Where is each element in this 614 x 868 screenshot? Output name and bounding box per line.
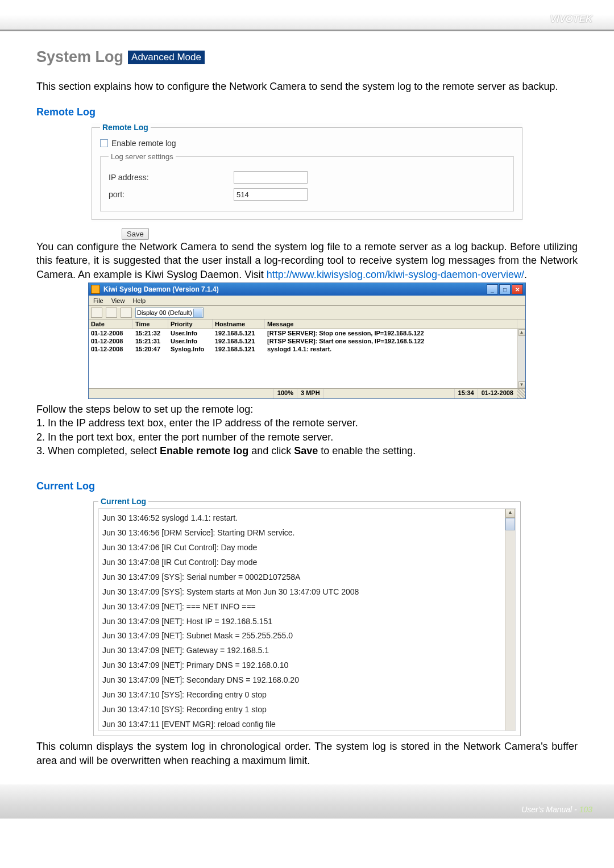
col-message[interactable]: Message xyxy=(265,319,517,329)
cell-message: syslogd 1.4.1: restart. xyxy=(265,345,517,353)
toolbar-icon-1[interactable] xyxy=(91,308,102,318)
cell-priority: User.Info xyxy=(168,337,213,345)
table-row[interactable]: 01-12-2008 15:20:47 Syslog.Info 192.168.… xyxy=(89,345,525,353)
remote-log-explain: You can configure the Network Camera to … xyxy=(36,240,578,281)
explain-text-b: . xyxy=(524,269,527,280)
remote-log-heading: Remote Log xyxy=(36,106,578,118)
cell-hostname: 192.168.5.121 xyxy=(213,345,265,353)
enable-remote-log-label: Enable remote log xyxy=(111,139,176,148)
log-vertical-scrollbar[interactable]: ▲ xyxy=(505,509,515,730)
log-line: Jun 30 13:47:11 [EVENT MGR]: reload conf… xyxy=(102,717,512,732)
menu-help[interactable]: Help xyxy=(132,297,146,304)
display-select-value: Display 00 (Default) xyxy=(137,309,192,316)
log-line: Jun 30 13:47:10 [SYS]: Recording entry 1… xyxy=(102,703,512,717)
step-2: 2. In the port text box, enter the port … xyxy=(36,430,578,444)
col-hostname[interactable]: Hostname xyxy=(213,319,265,329)
steps-block: Follow the steps below to set up the rem… xyxy=(36,402,578,458)
menu-file[interactable]: File xyxy=(93,297,103,304)
col-priority[interactable]: Priority xyxy=(168,319,213,329)
current-log-panel: Current Log Jun 30 13:46:52 syslogd 1.4.… xyxy=(93,497,521,736)
toolbar-icon-3[interactable] xyxy=(121,308,132,318)
table-row[interactable]: 01-12-2008 15:21:32 User.Info 192.168.5.… xyxy=(89,329,525,337)
status-time: 15:34 xyxy=(455,389,478,398)
ip-address-input[interactable] xyxy=(234,171,308,184)
page-title: System Log xyxy=(36,48,123,66)
cell-message: [RTSP SERVER]: Stop one session, IP=192.… xyxy=(265,329,517,337)
advanced-mode-badge: Advanced Mode xyxy=(128,51,205,64)
col-date[interactable]: Date xyxy=(89,319,133,329)
log-line: Jun 30 13:47:09 [NET]: Gateway = 192.168… xyxy=(102,643,512,658)
log-line: Jun 30 13:47:09 [SYS]: Serial number = 0… xyxy=(102,570,512,585)
kiwi-app-icon xyxy=(91,285,100,294)
scroll-up-icon[interactable]: ▲ xyxy=(518,329,525,336)
scroll-thumb[interactable] xyxy=(505,518,515,530)
status-date: 01-12-2008 xyxy=(478,389,517,398)
footer-page-number: 103 xyxy=(579,805,592,814)
save-button[interactable]: Save xyxy=(122,228,149,240)
kiwi-link[interactable]: http://www.kiwisyslog.com/kiwi-syslog-da… xyxy=(267,269,524,280)
intro-paragraph: This section explains how to configure t… xyxy=(36,80,578,94)
current-log-heading: Current Log xyxy=(36,480,578,492)
brand-label: VIVOTEK xyxy=(550,14,592,25)
kiwi-status-bar: 100% 3 MPH 15:34 01-12-2008 xyxy=(89,388,525,398)
cell-hostname: 192.168.5.121 xyxy=(213,329,265,337)
display-select[interactable]: Display 00 (Default) xyxy=(135,308,204,318)
step-3: 3. When completed, select Enable remote … xyxy=(36,444,578,458)
footer-label: User's Manual - xyxy=(521,805,579,814)
kiwi-window: Kiwi Syslog Daemon (Version 7.1.4) _ □ ✕… xyxy=(88,283,526,399)
kiwi-log-table: Date Time Priority Hostname Message 01-1… xyxy=(89,319,525,388)
enable-remote-log-checkbox[interactable] xyxy=(100,139,108,147)
log-line: Jun 30 13:47:09 [NET]: Host IP = 192.168… xyxy=(102,614,512,629)
cell-message: [RTSP SERVER]: Start one session, IP=192… xyxy=(265,337,517,345)
log-line: Jun 30 13:46:56 [DRM Service]: Starting … xyxy=(102,526,512,541)
resize-grip-icon[interactable] xyxy=(517,389,525,398)
cell-date: 01-12-2008 xyxy=(89,345,133,353)
toolbar-icon-2[interactable] xyxy=(106,308,117,318)
log-line: Jun 30 13:47:06 [IR Cut Control]: Day mo… xyxy=(102,541,512,555)
kiwi-vertical-scrollbar[interactable]: ▲ ▼ xyxy=(517,329,525,388)
log-server-settings-legend: Log server settings xyxy=(109,152,176,161)
steps-intro: Follow the steps below to set up the rem… xyxy=(36,402,578,416)
log-line: Jun 30 13:47:09 [NET]: === NET INFO === xyxy=(102,600,512,614)
scroll-up-icon[interactable]: ▲ xyxy=(505,509,515,518)
status-percent: 100% xyxy=(274,389,297,398)
kiwi-title-text: Kiwi Syslog Daemon (Version 7.1.4) xyxy=(103,285,486,293)
log-line: Jun 30 13:47:08 [IR Cut Control]: Day mo… xyxy=(102,555,512,570)
kiwi-toolbar: Display 00 (Default) xyxy=(89,306,525,319)
table-row[interactable]: 01-12-2008 15:21:31 User.Info 192.168.5.… xyxy=(89,337,525,345)
log-line: Jun 30 13:46:52 syslogd 1.4.1: restart. xyxy=(102,511,512,526)
step-1: 1. In the IP address text box, enter the… xyxy=(36,416,578,430)
current-log-box[interactable]: Jun 30 13:46:52 syslogd 1.4.1: restart. … xyxy=(98,508,516,731)
status-mph: 3 MPH xyxy=(297,389,324,398)
cell-hostname: 192.168.5.121 xyxy=(213,337,265,345)
port-input[interactable]: 514 xyxy=(234,188,308,201)
cell-date: 01-12-2008 xyxy=(89,337,133,345)
top-bar: VIVOTEK xyxy=(0,0,614,30)
log-line: Jun 30 13:47:09 [NET]: Secondary DNS = 1… xyxy=(102,673,512,688)
scroll-down-icon[interactable]: ▼ xyxy=(518,381,525,388)
log-line: Jun 30 13:47:09 [NET]: Subnet Mask = 255… xyxy=(102,629,512,643)
log-lines: Jun 30 13:46:52 syslogd 1.4.1: restart. … xyxy=(99,509,515,731)
kiwi-menu-bar: File View Help xyxy=(89,296,525,306)
menu-view[interactable]: View xyxy=(111,297,125,304)
page-content: System Log Advanced Mode This section ex… xyxy=(0,31,614,779)
cell-priority: Syslog.Info xyxy=(168,345,213,353)
col-time[interactable]: Time xyxy=(133,319,168,329)
cell-time: 15:21:31 xyxy=(133,337,168,345)
minimize-button[interactable]: _ xyxy=(487,284,498,294)
remote-log-panel: Remote Log Enable remote log Log server … xyxy=(92,123,522,222)
port-label: port: xyxy=(109,190,234,199)
ip-address-label: IP address: xyxy=(109,173,234,182)
close-button[interactable]: ✕ xyxy=(512,284,523,294)
cell-date: 01-12-2008 xyxy=(89,329,133,337)
cell-priority: User.Info xyxy=(168,329,213,337)
page-footer: User's Manual - 103 xyxy=(0,784,614,819)
cell-time: 15:20:47 xyxy=(133,345,168,353)
current-log-legend: Current Log xyxy=(98,497,148,506)
current-log-explain: This column displays the system log in c… xyxy=(36,740,578,767)
log-line: Jun 30 13:47:09 [SYS]: System starts at … xyxy=(102,585,512,600)
log-line: Jun 30 13:47:10 [SYS]: Recording entry 0… xyxy=(102,688,512,703)
maximize-button[interactable]: □ xyxy=(499,284,511,294)
log-line: Jun 30 13:47:09 [NET]: Primary DNS = 192… xyxy=(102,658,512,673)
remote-log-legend: Remote Log xyxy=(100,123,151,132)
